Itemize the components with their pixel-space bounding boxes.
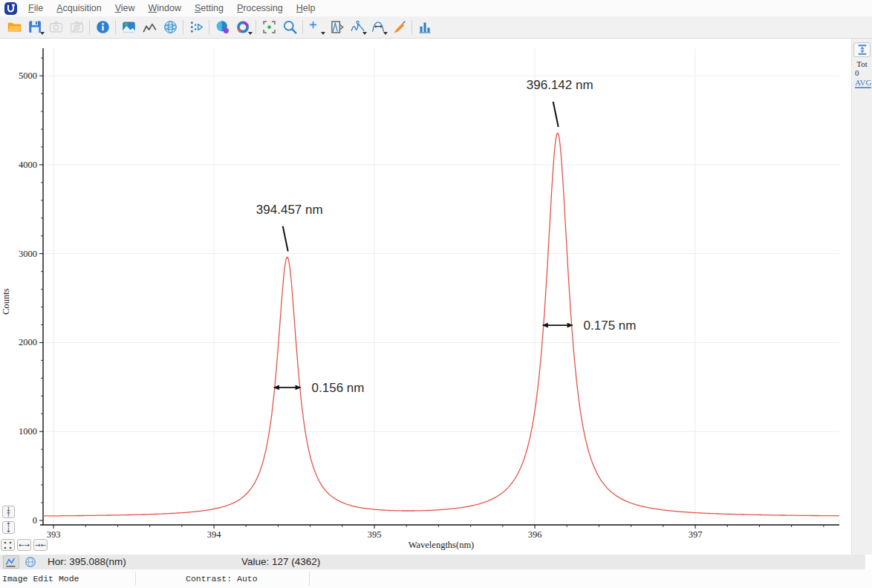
mesh-3d-icon bbox=[163, 19, 178, 35]
toolbar-separator bbox=[302, 20, 303, 34]
info-icon bbox=[95, 19, 111, 35]
spectrum-chart[interactable]: 393394395396397010002000300040005000Wave… bbox=[0, 39, 851, 555]
status-bar: Hor: 395.088(nm) Value: 127 (4362) bbox=[0, 555, 865, 569]
y-tick-label: 1000 bbox=[19, 426, 37, 437]
arrow-glyph: →← bbox=[35, 543, 46, 548]
toolbar-separator bbox=[411, 20, 412, 34]
dropdown-caret-icon bbox=[321, 32, 325, 35]
contrast-label: Contrast: Auto bbox=[186, 574, 258, 584]
globe-mode-button[interactable] bbox=[22, 555, 39, 569]
toolbar-separator bbox=[115, 20, 116, 34]
avg-toggle[interactable]: AVG bbox=[855, 78, 871, 88]
arrow-glyph: ↑ bbox=[6, 512, 12, 517]
menu-items: FileAcquisitionViewWindowSettingProcessi… bbox=[22, 1, 322, 16]
arrow-glyph: ←→ bbox=[19, 543, 30, 548]
reset-view-button[interactable] bbox=[1, 539, 15, 551]
y-tick-label: 3000 bbox=[19, 249, 37, 259]
menu-item-processing[interactable]: Processing bbox=[230, 1, 290, 16]
dropdown-caret-icon bbox=[362, 32, 367, 35]
display-image-icon bbox=[121, 19, 137, 35]
add-marker-button[interactable] bbox=[305, 18, 326, 37]
peak-width-label: 0.175 nm bbox=[584, 318, 637, 333]
camera-icon bbox=[48, 19, 64, 35]
globe-mode-icon bbox=[25, 556, 36, 568]
x-tick-label: 397 bbox=[689, 529, 703, 540]
y-tick-label: 0 bbox=[33, 515, 37, 526]
trace-mode-button[interactable] bbox=[3, 555, 19, 569]
peak-callout-line bbox=[283, 226, 288, 252]
dropdown-caret-icon bbox=[248, 32, 253, 35]
display-graph-icon bbox=[142, 19, 157, 35]
menu-item-help[interactable]: Help bbox=[290, 1, 322, 16]
spectrum-line bbox=[43, 133, 839, 516]
camera-off-icon bbox=[69, 19, 85, 35]
toolbar-separator bbox=[89, 20, 90, 34]
camera-off-button bbox=[66, 18, 87, 37]
roi-peak-button[interactable] bbox=[326, 18, 347, 37]
x-tick-label: 395 bbox=[368, 529, 382, 540]
open-folder-icon bbox=[7, 19, 22, 35]
divider bbox=[309, 572, 310, 586]
autoscale-y-icon bbox=[856, 44, 869, 56]
x-axis-title: Wavelengths(nm) bbox=[409, 540, 475, 550]
cursor-horizontal-readout: Hor: 395.088(nm) bbox=[48, 556, 126, 567]
auto-focus-icon bbox=[261, 19, 277, 35]
plot-area: 393394395396397010002000300040005000Wave… bbox=[0, 39, 872, 555]
peak-search-button[interactable] bbox=[347, 18, 368, 37]
autoscale-y-button[interactable] bbox=[853, 42, 871, 57]
smooth-brush-button[interactable] bbox=[388, 18, 409, 37]
smooth-brush-icon bbox=[391, 19, 407, 35]
edit-mode-label: Image Edit Mode bbox=[2, 574, 79, 584]
toolbar-separator bbox=[183, 20, 183, 34]
expand-horizontal-button[interactable]: ←→ bbox=[17, 539, 31, 551]
data-flow-button[interactable] bbox=[186, 18, 206, 37]
total-label: Tot bbox=[856, 59, 868, 68]
fwhm-measure-button[interactable] bbox=[368, 18, 388, 37]
divider bbox=[135, 572, 136, 586]
y-tick-label: 4000 bbox=[19, 160, 37, 170]
mesh-3d-button[interactable] bbox=[160, 18, 180, 37]
menu-bar: FileAcquisitionViewWindowSettingProcessi… bbox=[0, 0, 872, 16]
roi-peak-icon bbox=[329, 19, 345, 35]
bottom-status-bar: Image Edit Mode Contrast: Auto bbox=[0, 569, 872, 588]
y-axis-title: Counts bbox=[1, 288, 11, 315]
compress-horizontal-button[interactable]: →← bbox=[33, 539, 48, 551]
cursor-value-readout: Value: 127 (4362) bbox=[241, 556, 320, 567]
ring-palette-button[interactable] bbox=[232, 18, 253, 37]
menu-item-file[interactable]: File bbox=[22, 1, 50, 16]
peak-wavelength-label: 394.457 nm bbox=[256, 203, 323, 217]
total-value: 0 bbox=[855, 68, 859, 77]
menu-item-acquisition[interactable]: Acquisition bbox=[50, 1, 108, 16]
display-graph-button[interactable] bbox=[139, 18, 160, 37]
compress-vertical-button[interactable]: ↓↑ bbox=[2, 506, 15, 518]
arrow-glyph: ↓ bbox=[6, 528, 12, 533]
expand-vertical-button[interactable]: ↑↓ bbox=[2, 521, 15, 534]
dropdown-caret-icon bbox=[383, 32, 388, 35]
x-tick-label: 393 bbox=[47, 529, 61, 540]
open-folder-button[interactable] bbox=[4, 18, 25, 37]
y-tick-label: 2000 bbox=[19, 337, 37, 347]
sphere-view-button[interactable] bbox=[212, 18, 232, 37]
sphere-view-icon bbox=[215, 19, 230, 35]
toolbar bbox=[0, 16, 872, 39]
display-image-button[interactable] bbox=[118, 18, 139, 37]
zoom-button[interactable] bbox=[279, 18, 300, 37]
menu-item-view[interactable]: View bbox=[108, 1, 142, 16]
toolbar-separator bbox=[209, 20, 209, 34]
menu-item-window[interactable]: Window bbox=[142, 1, 188, 16]
fit-view-icon bbox=[4, 541, 12, 549]
toolbar-separator bbox=[256, 20, 256, 34]
data-flow-icon bbox=[189, 19, 204, 35]
peak-width-label: 0.156 nm bbox=[312, 381, 365, 395]
histogram-button[interactable] bbox=[414, 18, 435, 37]
trace-mode-icon bbox=[5, 556, 17, 568]
save-button[interactable] bbox=[25, 18, 45, 37]
zoom-icon bbox=[282, 19, 298, 35]
y-tick-label: 5000 bbox=[19, 71, 37, 81]
auto-focus-button[interactable] bbox=[258, 18, 279, 37]
info-button[interactable] bbox=[92, 18, 113, 37]
right-side-panel: Tot 0 AVG bbox=[851, 39, 872, 555]
peak-wavelength-label: 396.142 nm bbox=[527, 78, 593, 92]
camera-button bbox=[45, 18, 66, 37]
menu-item-setting[interactable]: Setting bbox=[188, 1, 230, 16]
